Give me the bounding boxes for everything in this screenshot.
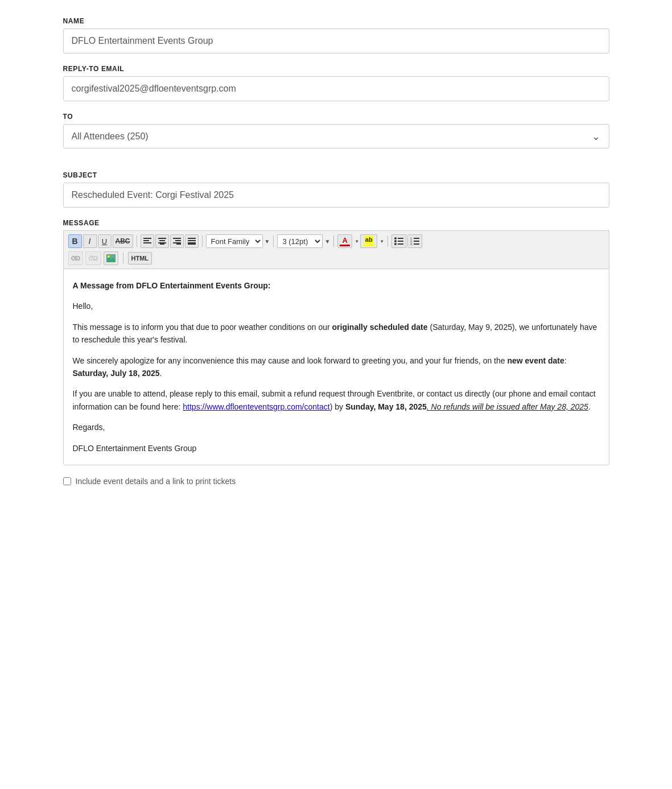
message-content-area[interactable]: A Message from DFLO Entertainment Events… xyxy=(63,268,609,465)
unordered-list-icon xyxy=(394,237,403,245)
svg-rect-17 xyxy=(398,238,403,239)
svg-rect-5 xyxy=(159,240,165,241)
toolbar-separator-3 xyxy=(273,236,274,247)
svg-text:3.: 3. xyxy=(410,242,413,245)
svg-rect-4 xyxy=(158,238,166,239)
svg-rect-23 xyxy=(414,238,419,239)
svg-rect-0 xyxy=(143,238,151,239)
align-center-button[interactable] xyxy=(155,234,169,248)
font-family-select[interactable]: Font Family xyxy=(206,234,263,248)
svg-rect-2 xyxy=(143,242,151,243)
svg-point-20 xyxy=(394,243,397,245)
message-greeting: Hello, xyxy=(73,300,600,312)
font-family-arrow: ▼ xyxy=(265,238,270,245)
message-para3: If you are unable to attend, please repl… xyxy=(73,387,600,413)
svg-rect-11 xyxy=(176,243,181,245)
svg-rect-27 xyxy=(414,243,419,245)
font-size-arrow: ▼ xyxy=(324,238,330,245)
align-justify-icon xyxy=(188,238,196,245)
name-input[interactable] xyxy=(63,28,609,53)
svg-rect-6 xyxy=(158,242,166,243)
subject-field-group: SUBJECT xyxy=(63,171,609,208)
unordered-list-button[interactable] xyxy=(391,234,406,248)
unlink-icon xyxy=(88,255,98,262)
svg-rect-25 xyxy=(414,241,419,242)
message-closing: Regards, xyxy=(73,421,600,433)
html-button[interactable]: HTML xyxy=(128,252,152,265)
align-justify-button[interactable] xyxy=(185,234,199,248)
align-left-button[interactable] xyxy=(141,234,154,248)
italic-button[interactable]: I xyxy=(83,234,97,248)
align-right-icon xyxy=(173,238,181,245)
highlight-text-icon: ab xyxy=(365,236,373,243)
strikethrough-icon: ABC xyxy=(116,237,130,245)
highlight-bar-icon xyxy=(362,245,375,246)
message-label: MESSAGE xyxy=(63,219,609,227)
message-heading: A Message from DFLO Entertainment Events… xyxy=(73,279,600,292)
message-para1: This message is to inform you that due t… xyxy=(73,321,600,346)
toolbar-separator-2 xyxy=(202,236,203,247)
svg-point-18 xyxy=(394,240,397,242)
svg-rect-21 xyxy=(398,243,403,245)
svg-rect-8 xyxy=(173,238,181,239)
highlight-button[interactable]: ab xyxy=(360,234,377,248)
font-color-dropdown-arrow[interactable]: ▼ xyxy=(354,239,359,244)
link-icon xyxy=(71,255,80,261)
svg-rect-9 xyxy=(175,240,181,241)
svg-rect-15 xyxy=(188,243,196,245)
align-center-icon xyxy=(158,238,166,245)
name-label: NAME xyxy=(63,17,609,25)
align-left-icon xyxy=(143,238,151,245)
font-color-bar-icon xyxy=(340,245,350,246)
svg-rect-1 xyxy=(143,240,149,241)
to-label: TO xyxy=(63,113,609,121)
insert-image-button[interactable] xyxy=(104,251,118,265)
subject-label: SUBJECT xyxy=(63,171,609,179)
align-right-button[interactable] xyxy=(170,234,184,248)
svg-rect-19 xyxy=(398,241,403,242)
include-event-details-label: Include event details and a link to prin… xyxy=(76,477,236,486)
svg-rect-10 xyxy=(173,242,181,243)
svg-rect-7 xyxy=(160,243,164,245)
message-toolbar: B I U ABC xyxy=(63,230,609,268)
reply-to-field-group: REPLY-TO EMAIL xyxy=(63,65,609,101)
underline-button[interactable]: U xyxy=(98,234,112,248)
toolbar-row-1: B I U ABC xyxy=(68,234,604,248)
include-event-details-checkbox[interactable] xyxy=(63,477,71,485)
toolbar-separator-6 xyxy=(123,253,123,264)
toolbar-row-2: HTML xyxy=(68,251,604,265)
to-select-wrapper: All Attendees (250) ⌄ xyxy=(63,124,609,148)
contact-link[interactable]: https://www.dfloenteventsgrp.com/contact xyxy=(183,402,329,411)
svg-rect-14 xyxy=(188,242,196,243)
strikethrough-button[interactable]: ABC xyxy=(113,234,133,248)
remove-link-button[interactable] xyxy=(85,251,101,265)
toolbar-separator-1 xyxy=(137,236,137,247)
toolbar-separator-4 xyxy=(333,236,334,247)
to-select[interactable]: All Attendees (250) xyxy=(63,124,609,148)
reply-to-input[interactable] xyxy=(63,76,609,101)
message-field-group: MESSAGE B I U ABC xyxy=(63,219,609,465)
svg-rect-12 xyxy=(188,238,196,239)
include-event-details-row: Include event details and a link to prin… xyxy=(63,477,609,486)
font-color-button[interactable]: A xyxy=(337,234,352,248)
font-size-select[interactable]: 3 (12pt) xyxy=(277,234,323,248)
ordered-list-icon: 1. 2. 3. xyxy=(410,237,419,245)
subject-input[interactable] xyxy=(63,183,609,208)
svg-point-16 xyxy=(394,237,397,239)
to-field-group: TO All Attendees (250) ⌄ xyxy=(63,113,609,148)
name-field-group: NAME xyxy=(63,17,609,53)
svg-rect-13 xyxy=(188,240,196,241)
insert-link-button[interactable] xyxy=(68,251,83,265)
image-icon xyxy=(106,254,116,262)
toolbar-separator-5 xyxy=(387,236,388,247)
ordered-list-button[interactable]: 1. 2. 3. xyxy=(407,234,422,248)
message-para2: We sincerely apologize for any inconveni… xyxy=(73,354,600,380)
reply-to-label: REPLY-TO EMAIL xyxy=(63,65,609,73)
highlight-dropdown-arrow[interactable]: ▼ xyxy=(380,239,384,244)
message-signature: DFLO Entertainment Events Group xyxy=(73,442,600,455)
font-color-letter-icon: A xyxy=(343,237,348,244)
bold-button[interactable]: B xyxy=(68,234,82,248)
